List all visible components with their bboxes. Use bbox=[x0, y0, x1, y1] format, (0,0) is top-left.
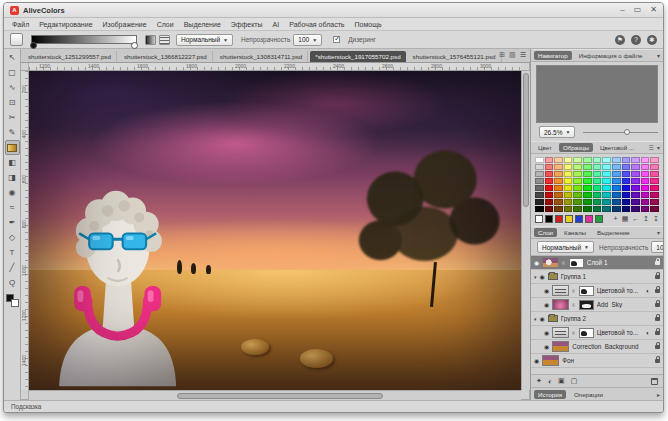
delete-swatch-icon[interactable]: ▦ bbox=[622, 215, 629, 223]
blend-mode-select[interactable]: Нормальный▼ bbox=[176, 34, 233, 46]
swatch[interactable] bbox=[650, 157, 659, 163]
layer-row[interactable]: ◉Correction_Background bbox=[531, 340, 663, 354]
swatch[interactable] bbox=[535, 178, 544, 184]
lasso-tool[interactable]: ∿ bbox=[5, 80, 20, 95]
swatch[interactable] bbox=[593, 164, 602, 170]
swatch[interactable] bbox=[631, 164, 640, 170]
menu-item-эффекты[interactable]: Эффекты bbox=[231, 21, 263, 28]
settings-icon[interactable]: ✱ bbox=[647, 35, 657, 45]
pen-tool[interactable]: ✒ bbox=[5, 215, 20, 230]
menu-item-редактирование[interactable]: Редактирование bbox=[39, 21, 92, 28]
swatch[interactable] bbox=[602, 164, 611, 170]
swatch[interactable] bbox=[593, 157, 602, 163]
navigator-thumbnail[interactable] bbox=[536, 65, 658, 123]
menu-item-ai[interactable]: AI bbox=[273, 21, 280, 28]
quick-swatch[interactable] bbox=[565, 215, 573, 223]
quick-swatch[interactable] bbox=[535, 215, 543, 223]
swatch[interactable] bbox=[564, 157, 573, 163]
text-tool[interactable]: T bbox=[5, 245, 20, 260]
link-icon[interactable]: ∞ bbox=[571, 331, 577, 335]
swatch[interactable] bbox=[583, 157, 592, 163]
shape-tool[interactable]: ◇ bbox=[5, 230, 20, 245]
swatch[interactable] bbox=[564, 178, 573, 184]
swatch[interactable] bbox=[612, 171, 621, 177]
quick-swatch[interactable] bbox=[545, 215, 553, 223]
stamp-tool[interactable]: ◧ bbox=[5, 155, 20, 170]
swatch[interactable] bbox=[535, 199, 544, 205]
expand-icon[interactable]: ▸ bbox=[657, 391, 660, 398]
blur-tool[interactable]: ◉ bbox=[5, 185, 20, 200]
swatch[interactable] bbox=[593, 178, 602, 184]
link-icon[interactable]: ∞ bbox=[571, 289, 577, 293]
swatch[interactable] bbox=[583, 206, 592, 212]
document-tab[interactable]: shutterstock_1576455121.psd bbox=[408, 51, 502, 62]
swatch[interactable] bbox=[564, 199, 573, 205]
swatch[interactable] bbox=[612, 199, 621, 205]
swatch[interactable] bbox=[622, 171, 631, 177]
swatch[interactable] bbox=[535, 164, 544, 170]
swatch[interactable] bbox=[641, 185, 650, 191]
swatch[interactable] bbox=[573, 171, 582, 177]
swatch[interactable] bbox=[622, 157, 631, 163]
zoom-slider-thumb[interactable] bbox=[624, 129, 630, 135]
swatch[interactable] bbox=[631, 192, 640, 198]
tab-history[interactable]: История bbox=[534, 390, 566, 399]
zoom-select[interactable]: 26.5%▼ bbox=[539, 126, 575, 138]
swatch[interactable] bbox=[622, 185, 631, 191]
visibility-eye-icon[interactable]: ◉ bbox=[544, 344, 549, 350]
swatch[interactable] bbox=[593, 185, 602, 191]
swatch[interactable] bbox=[602, 192, 611, 198]
swatch[interactable] bbox=[631, 185, 640, 191]
scrollbar-thumb[interactable] bbox=[523, 73, 529, 207]
move-tool[interactable]: ↖ bbox=[5, 50, 20, 65]
color-swatches[interactable] bbox=[6, 294, 19, 307]
link-icon[interactable]: ∞ bbox=[561, 261, 567, 265]
tab-menu-icon[interactable]: ☰ bbox=[520, 51, 526, 59]
crop-tool[interactable]: ⊡ bbox=[5, 95, 20, 110]
swatch[interactable] bbox=[573, 164, 582, 170]
chameleon-brush-tool[interactable]: ◨ bbox=[5, 170, 20, 185]
zoom-tool[interactable]: Q bbox=[5, 275, 20, 290]
panel-menu-icon[interactable]: ▾ bbox=[657, 52, 660, 59]
menu-item-выделение[interactable]: Выделение bbox=[184, 21, 221, 28]
swatch[interactable] bbox=[612, 178, 621, 184]
swatch[interactable] bbox=[535, 185, 544, 191]
swatch[interactable] bbox=[545, 178, 554, 184]
swatch[interactable] bbox=[545, 171, 554, 177]
swatch[interactable] bbox=[641, 171, 650, 177]
horizontal-scrollbar[interactable] bbox=[29, 390, 521, 400]
swatch[interactable] bbox=[602, 157, 611, 163]
swatch[interactable] bbox=[650, 171, 659, 177]
layer-blend-mode-select[interactable]: Нормальный▼ bbox=[537, 241, 594, 253]
menu-item-помощь[interactable]: Помощь bbox=[355, 21, 382, 28]
lock-icon[interactable] bbox=[655, 345, 660, 349]
swatch[interactable] bbox=[622, 206, 631, 212]
swatch[interactable] bbox=[622, 178, 631, 184]
panel-menu-icon[interactable]: ▾ bbox=[657, 144, 660, 151]
minimize-button[interactable]: – bbox=[620, 5, 624, 15]
tab-selection[interactable]: Выделение bbox=[593, 228, 634, 237]
cut-tool[interactable]: ✂ bbox=[5, 110, 20, 125]
swatch[interactable] bbox=[545, 199, 554, 205]
lock-icon[interactable] bbox=[655, 317, 660, 321]
swatch[interactable] bbox=[554, 157, 563, 163]
eyedropper-tool[interactable]: ╱ bbox=[5, 260, 20, 275]
tab-layers[interactable]: Слои bbox=[534, 228, 557, 237]
panel-menu-icon[interactable]: ▾ bbox=[657, 229, 660, 236]
menu-item-файл[interactable]: Файл bbox=[12, 21, 29, 28]
menu-item-изображение[interactable]: Изображение bbox=[103, 21, 147, 28]
export-swatches-icon[interactable]: ↧ bbox=[653, 215, 659, 223]
swatch[interactable] bbox=[641, 164, 650, 170]
help-icon[interactable]: ? bbox=[631, 35, 641, 45]
swatch[interactable] bbox=[573, 185, 582, 191]
swatch[interactable] bbox=[641, 206, 650, 212]
back-icon[interactable]: ← bbox=[632, 215, 639, 223]
scrollbar-thumb[interactable] bbox=[177, 393, 384, 399]
tab-operations[interactable]: Операции bbox=[570, 390, 607, 399]
visibility-eye-icon[interactable]: ◉ bbox=[544, 302, 549, 308]
document-tab[interactable]: *shutterstock_1917055702.psd bbox=[310, 51, 405, 62]
swatch[interactable] bbox=[593, 199, 602, 205]
swatch[interactable] bbox=[641, 157, 650, 163]
swatch[interactable] bbox=[631, 178, 640, 184]
gradient-type-radial-button[interactable] bbox=[159, 35, 170, 45]
